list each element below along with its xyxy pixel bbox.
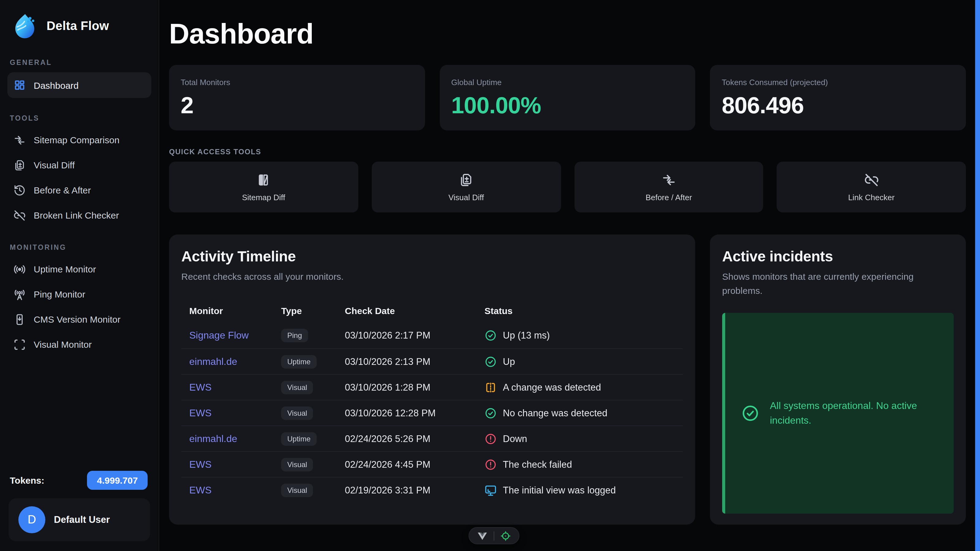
radio-icon bbox=[13, 263, 26, 275]
vue-icon bbox=[477, 530, 488, 541]
app-root: Delta Flow GENERAL DashboardTOOLS Sitema… bbox=[0, 0, 980, 551]
type-cell: Visual bbox=[281, 407, 345, 420]
sidebar-nav: GENERAL DashboardTOOLS Sitemap Compariso… bbox=[0, 43, 159, 357]
status-text: Down bbox=[503, 433, 527, 445]
sidebar-item-label: Sitemap Comparison bbox=[34, 135, 119, 145]
table-row: Signage FlowPing03/10/2026 2:17 PM Up (1… bbox=[181, 323, 683, 349]
sidebar-item-broken-link-checker[interactable]: Broken Link Checker bbox=[0, 203, 159, 228]
sidebar-item-sitemap-comparison[interactable]: Sitemap Comparison bbox=[0, 127, 159, 152]
nav-section-label-monitoring: MONITORING bbox=[0, 244, 159, 251]
table-row: EWSVisual03/10/2026 12:28 PM No change w… bbox=[181, 400, 683, 426]
sidebar-item-cms-version-monitor[interactable]: CMS Version Monitor bbox=[0, 307, 159, 332]
status-cell: The check failed bbox=[485, 459, 683, 471]
type-cell: Visual bbox=[281, 484, 345, 497]
quick-tool-link-checker[interactable]: Link Checker bbox=[777, 162, 966, 213]
quick-tool-visual-diff[interactable]: Visual Diff bbox=[372, 162, 561, 213]
col-header-check-date: Check Date bbox=[345, 305, 485, 316]
type-cell: Visual bbox=[281, 381, 345, 394]
quick-access-label: QUICK ACCESS TOOLS bbox=[169, 148, 966, 156]
monitor-link[interactable]: EWS bbox=[189, 408, 281, 419]
status-text: A change was detected bbox=[503, 382, 601, 393]
stat-label: Tokens Consumed (projected) bbox=[722, 78, 954, 87]
status-cell: Up (13 ms) bbox=[485, 330, 683, 342]
book-diff-icon bbox=[256, 172, 271, 187]
monitor-icon bbox=[485, 484, 497, 497]
monitor-link[interactable]: einmahl.de bbox=[189, 356, 281, 367]
activity-title: Activity Timeline bbox=[181, 248, 683, 265]
sidebar-item-label: Visual Diff bbox=[34, 160, 75, 170]
sidebar-item-label: CMS Version Monitor bbox=[34, 314, 120, 324]
quick-tool-label: Before / After bbox=[646, 192, 692, 202]
brand-name: Delta Flow bbox=[46, 19, 109, 33]
scrollbar[interactable] bbox=[975, 0, 980, 551]
status-cell: No change was detected bbox=[485, 407, 683, 419]
brand: Delta Flow bbox=[0, 0, 159, 43]
status-cell: A change was detected bbox=[485, 381, 683, 394]
type-badge: Visual bbox=[281, 484, 313, 497]
monitor-link[interactable]: einmahl.de bbox=[189, 433, 281, 445]
status-text: Up (13 ms) bbox=[503, 330, 550, 341]
stat-card-total-monitors: Total Monitors2 bbox=[169, 65, 425, 130]
unlink-icon bbox=[13, 209, 26, 221]
sidebar-item-visual-diff[interactable]: Visual Diff bbox=[0, 152, 159, 178]
sidebar-item-visual-monitor[interactable]: Visual Monitor bbox=[0, 332, 159, 357]
table-body: Signage FlowPing03/10/2026 2:17 PM Up (1… bbox=[181, 323, 683, 503]
stat-label: Global Uptime bbox=[451, 78, 684, 87]
incidents-panel: Active incidents Shows monitors that are… bbox=[710, 235, 966, 525]
check-circle-icon bbox=[741, 404, 759, 422]
diff-columns-icon bbox=[485, 381, 497, 394]
type-badge: Visual bbox=[281, 458, 313, 472]
monitor-link[interactable]: EWS bbox=[189, 485, 281, 496]
smartphone-down-icon bbox=[13, 313, 26, 326]
stats-row: Total Monitors2Global Uptime100.00%Token… bbox=[169, 65, 966, 130]
sidebar: Delta Flow GENERAL DashboardTOOLS Sitema… bbox=[0, 0, 159, 551]
nav-section-label-tools: TOOLS bbox=[0, 114, 159, 122]
incidents-subtitle: Shows monitors that are currently experi… bbox=[722, 269, 954, 298]
scan-icon bbox=[13, 338, 26, 351]
unlink-icon bbox=[864, 172, 879, 187]
radio-tower-icon bbox=[13, 288, 26, 300]
type-cell: Uptime bbox=[281, 432, 345, 446]
check-date-cell: 03/10/2026 2:17 PM bbox=[345, 330, 485, 341]
type-cell: Visual bbox=[281, 458, 345, 472]
table-row: EWSVisual02/19/2026 3:31 PM The initial … bbox=[181, 477, 683, 503]
alert-circle-icon bbox=[485, 433, 497, 445]
sidebar-item-dashboard[interactable]: Dashboard bbox=[7, 72, 151, 98]
status-cell: Up bbox=[485, 356, 683, 368]
incidents-title: Active incidents bbox=[722, 248, 954, 265]
sidebar-item-before-after[interactable]: Before & After bbox=[0, 178, 159, 203]
user-card[interactable]: D Default User bbox=[9, 499, 150, 541]
monitor-link[interactable]: Signage Flow bbox=[189, 330, 281, 341]
check-circle-icon bbox=[485, 407, 497, 419]
quick-tool-label: Sitemap Diff bbox=[242, 192, 285, 202]
page-title: Dashboard bbox=[169, 17, 966, 50]
type-cell: Uptime bbox=[281, 355, 345, 368]
table-row: einmahl.deUptime02/24/2026 5:26 PM Down bbox=[181, 426, 683, 451]
stat-value: 100.00% bbox=[451, 92, 684, 119]
stat-value: 2 bbox=[181, 92, 413, 119]
check-date-cell: 03/10/2026 1:28 PM bbox=[345, 382, 485, 393]
quick-tool-before-after[interactable]: Before / After bbox=[574, 162, 764, 213]
quick-tool-sitemap-diff[interactable]: Sitemap Diff bbox=[169, 162, 358, 213]
incident-message: All systems operational. No active incid… bbox=[770, 399, 938, 428]
quick-tool-label: Link Checker bbox=[848, 192, 894, 202]
check-date-cell: 03/10/2026 2:13 PM bbox=[345, 356, 485, 367]
activity-subtitle: Recent checks across all your monitors. bbox=[181, 269, 683, 284]
monitor-link[interactable]: EWS bbox=[189, 459, 281, 470]
file-diff-icon bbox=[459, 172, 474, 187]
check-date-cell: 02/24/2026 5:26 PM bbox=[345, 433, 485, 445]
monitor-link[interactable]: EWS bbox=[189, 382, 281, 393]
inspector-target-button[interactable] bbox=[500, 530, 511, 541]
table-row: EWSVisual03/10/2026 1:28 PM A change was… bbox=[181, 375, 683, 400]
nav-section-label-general: GENERAL bbox=[0, 59, 159, 66]
status-text: Up bbox=[503, 356, 515, 367]
sidebar-item-uptime-monitor[interactable]: Uptime Monitor bbox=[0, 257, 159, 282]
vue-devtools-button[interactable] bbox=[477, 530, 488, 541]
sidebar-item-label: Broken Link Checker bbox=[34, 210, 119, 221]
sidebar-item-label: Visual Monitor bbox=[34, 339, 92, 349]
type-badge: Ping bbox=[281, 329, 308, 343]
check-circle-icon bbox=[485, 330, 497, 342]
type-badge: Visual bbox=[281, 407, 313, 420]
check-date-cell: 03/10/2026 12:28 PM bbox=[345, 408, 485, 419]
sidebar-item-ping-monitor[interactable]: Ping Monitor bbox=[0, 282, 159, 307]
